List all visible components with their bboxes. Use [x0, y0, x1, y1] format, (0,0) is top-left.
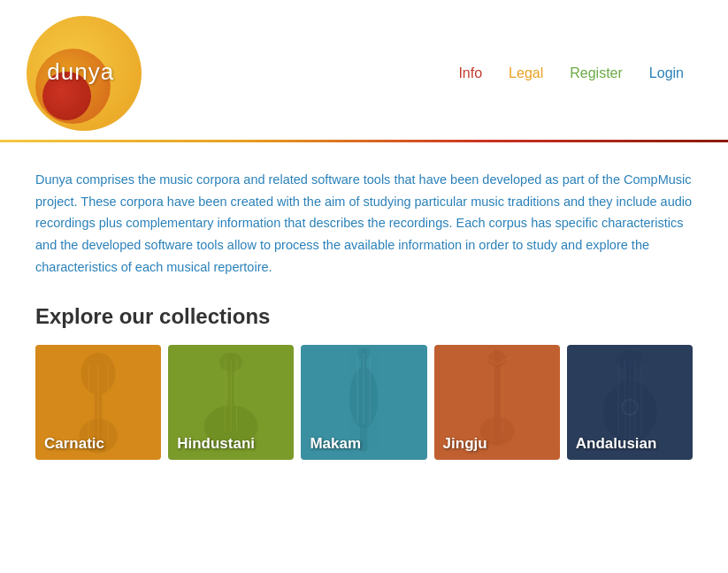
header: dunya Info Legal Register Login	[0, 0, 728, 140]
collection-makam[interactable]: Makam	[301, 345, 426, 460]
makam-label: Makam	[301, 428, 370, 460]
logo[interactable]: dunya	[27, 16, 142, 131]
jingju-label: Jingju	[434, 428, 496, 460]
nav-register[interactable]: Register	[570, 65, 623, 81]
intro-text-1: Dunya comprises the music corpora and re…	[35, 172, 692, 274]
collection-hindustani[interactable]: Hindustani	[168, 345, 294, 460]
collection-andalusian[interactable]: Andalusian	[567, 345, 693, 460]
hindustani-label: Hindustani	[168, 428, 264, 460]
logo-text: dunya	[47, 58, 114, 86]
collections-title: Explore our collections	[35, 304, 693, 329]
collections-grid: Carnatic Hindustani	[35, 345, 693, 460]
intro-paragraph: Dunya comprises the music corpora and re…	[35, 169, 693, 278]
svg-point-21	[487, 352, 507, 367]
nav-login[interactable]: Login	[649, 65, 684, 81]
carnatic-label: Carnatic	[35, 428, 113, 460]
collection-carnatic[interactable]: Carnatic	[35, 345, 161, 460]
nav-legal[interactable]: Legal	[509, 65, 543, 81]
header-divider	[0, 140, 728, 142]
andalusian-label: Andalusian	[567, 428, 666, 460]
nav-info[interactable]: Info	[458, 65, 482, 81]
main-content: Dunya comprises the music corpora and re…	[0, 169, 728, 486]
collection-jingju[interactable]: Jingju	[434, 345, 560, 460]
main-nav: Info Legal Register Login	[458, 65, 693, 81]
